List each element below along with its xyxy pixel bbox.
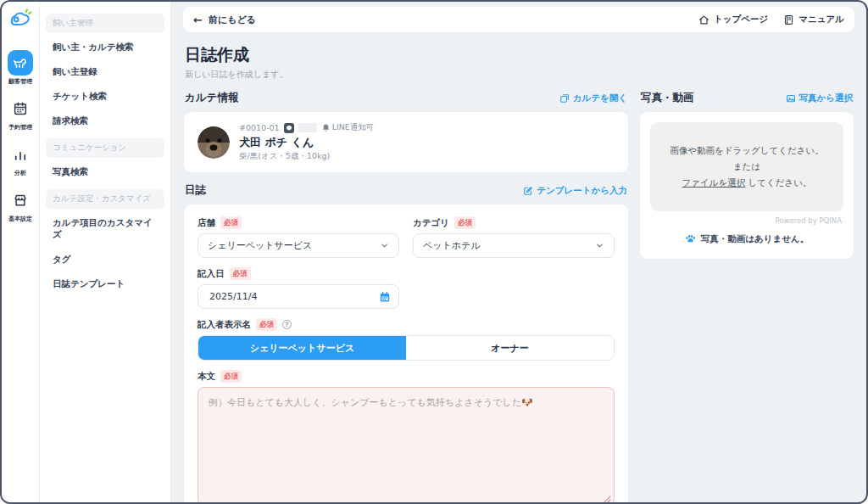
icon-rail: 顧客管理 予約管理 分析 [2, 2, 40, 502]
sidebar-section-communication: コミュニケーション [46, 138, 164, 158]
file-select-link[interactable]: ファイルを選択 [682, 177, 745, 188]
open-window-icon [559, 93, 570, 104]
select-from-photos-label: 写真から選択 [799, 92, 854, 104]
manual-label: マニュアル [798, 14, 844, 25]
pet-avatar [198, 126, 230, 159]
edit-square-icon [523, 186, 533, 196]
date-field [198, 284, 399, 309]
rail-item-settings[interactable]: 基本設定 [8, 188, 33, 223]
back-label: 前にもどる [209, 14, 256, 26]
rail-item-analytics[interactable]: 分析 [8, 142, 33, 177]
journal-form-card: 店舗 必須 シェリーペットサービス カテゴリ 必須 [183, 204, 629, 502]
rail-item-customers[interactable]: 顧客管理 [8, 50, 33, 86]
rail-label: 予約管理 [8, 123, 32, 132]
top-page-label: トップページ [714, 14, 768, 25]
page-subtitle: 新しい日誌を作成します。 [185, 69, 853, 81]
sidebar-item-tags[interactable]: タグ [46, 247, 164, 272]
line-notify-label: LINE通知可 [332, 122, 375, 133]
media-card: 画像や動画をドラッグしてください。 または ファイルを選択 してください。 Po… [639, 111, 854, 260]
category-select[interactable]: ペットホテル [413, 233, 615, 258]
dropzone-line3: してください。 [748, 177, 812, 188]
pet-id: #0010-01 [239, 123, 280, 132]
bar-chart-icon [8, 142, 33, 167]
manual-link[interactable]: マニュアル [783, 14, 844, 25]
open-karte-label: カルテを開く [573, 92, 627, 104]
category-label: カテゴリ [413, 217, 449, 229]
tag-badge [298, 123, 317, 132]
sidebar-section-karte-customize: カルテ設定・カスタマイズ [46, 189, 164, 209]
media-dropzone[interactable]: 画像や動画をドラッグしてください。 または ファイルを選択 してください。 [650, 122, 843, 211]
image-icon [786, 93, 796, 104]
line-app-icon [284, 123, 294, 133]
powered-by-label: Powered by PQINA [652, 216, 842, 225]
book-icon [783, 14, 794, 25]
sidebar-item-journal-template[interactable]: 日誌テンプレート [46, 272, 164, 296]
app-window: 顧客管理 予約管理 分析 [0, 0, 868, 504]
required-badge: 必須 [220, 370, 242, 383]
chevron-down-icon [380, 241, 389, 250]
body-textarea[interactable] [198, 387, 615, 502]
dropzone-line2: または [733, 161, 760, 171]
calendar-icon[interactable] [379, 291, 391, 303]
category-value: ペットホテル [423, 239, 481, 252]
author-option-owner[interactable]: オーナー [406, 336, 614, 360]
pet-name: 犬田 ポチ くん [239, 135, 374, 150]
app-logo-icon[interactable] [9, 8, 32, 33]
pet-description: 柴/黒(オス・5歳・10kg) [239, 151, 374, 162]
select-from-photos-link[interactable]: 写真から選択 [786, 92, 854, 104]
required-badge: 必須 [220, 216, 242, 229]
back-button[interactable]: ← 前にもどる [193, 14, 256, 26]
rail-label: 基本設定 [8, 215, 32, 223]
journal-section-title: 日誌 [185, 183, 206, 198]
bell-icon [321, 123, 331, 132]
sidebar-item-billing-search[interactable]: 請求検索 [46, 109, 164, 133]
date-input[interactable] [208, 290, 292, 303]
sidebar-item-karte-item-customize[interactable]: カルテ項目のカスタマイズ [46, 210, 164, 247]
required-badge: 必須 [454, 216, 476, 229]
media-section-title: 写真・動画 [641, 91, 694, 105]
resize-handle-icon[interactable] [604, 496, 611, 502]
dog-icon [8, 50, 33, 76]
sidebar: 飼い主管理 飼い主・カルテ検索 飼い主登録 チケット検索 請求検索 コミュニケー… [40, 2, 171, 502]
required-badge: 必須 [230, 267, 251, 280]
sidebar-item-ticket-search[interactable]: チケット検索 [46, 84, 164, 109]
body-label: 本文 [198, 371, 215, 383]
calendar-icon [8, 96, 33, 121]
template-input-label: テンプレートから入力 [537, 185, 627, 197]
sidebar-item-owner-karte-search[interactable]: 飼い主・カルテ検索 [46, 35, 164, 59]
top-bar: ← 前にもどる トップページ マニュアル [183, 7, 854, 32]
date-label: 記入日 [198, 268, 225, 280]
store-label: 店舗 [198, 217, 215, 229]
karte-card[interactable]: #0010-01 LINE通知可 [183, 111, 629, 173]
required-badge: 必須 [256, 318, 277, 331]
open-karte-link[interactable]: カルテを開く [559, 92, 627, 104]
store-value: シェリーペットサービス [208, 239, 312, 252]
karte-section-title: カルテ情報 [185, 91, 238, 105]
main-content: ← 前にもどる トップページ マニュアル 日誌作成 新しい日誌 [171, 2, 866, 502]
template-input-link[interactable]: テンプレートから入力 [523, 185, 627, 197]
author-segmented-control: シェリーペットサービス オーナー [198, 335, 615, 361]
paw-icon [685, 233, 696, 244]
chevron-down-icon [595, 241, 604, 250]
home-icon [698, 14, 709, 25]
rail-label: 顧客管理 [8, 77, 32, 86]
rail-item-reservations[interactable]: 予約管理 [8, 96, 33, 132]
dropzone-line1: 画像や動画をドラッグしてください。 [670, 145, 823, 155]
sidebar-item-owner-register[interactable]: 飼い主登録 [46, 59, 164, 84]
store-select[interactable]: シェリーペットサービス [198, 233, 399, 258]
page-title: 日誌作成 [185, 44, 853, 66]
rail-label: 分析 [14, 169, 26, 177]
media-empty-label: 写真・動画はありません。 [701, 233, 809, 245]
sidebar-item-photo-search[interactable]: 写真検索 [46, 160, 164, 184]
author-option-store[interactable]: シェリーペットサービス [198, 336, 406, 360]
store-icon [8, 188, 33, 213]
top-page-link[interactable]: トップページ [698, 14, 768, 25]
back-arrow-icon: ← [193, 14, 203, 25]
help-icon[interactable]: ? [282, 320, 292, 329]
author-label: 記入者表示名 [198, 319, 251, 331]
sidebar-section-owner-management: 飼い主管理 [46, 14, 164, 33]
